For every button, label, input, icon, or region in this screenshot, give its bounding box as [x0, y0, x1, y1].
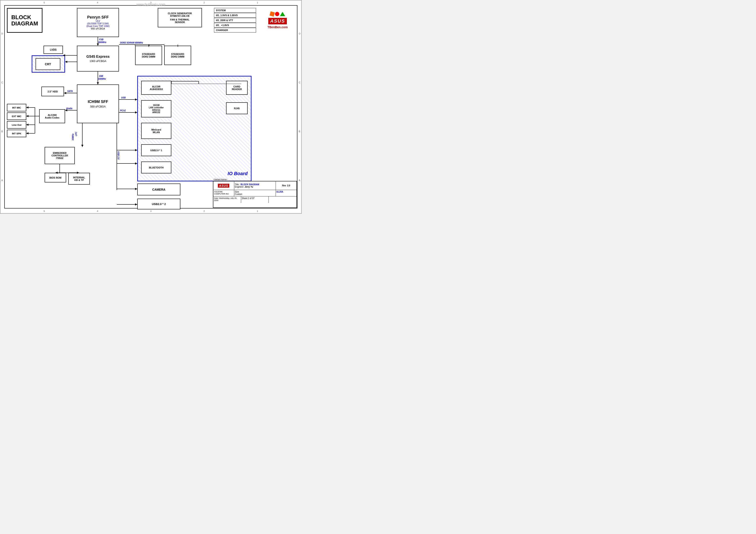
clock-line3: FAN & THERMAL	[170, 18, 190, 21]
project-name-cell: UL20A	[276, 190, 297, 196]
title-block-top: ASUS Title : BLOCK DIAGRAM Engineer: Jer…	[213, 181, 297, 190]
alcor-box: ALCORAU6433D53	[141, 81, 171, 95]
rev-label: Rev	[282, 184, 286, 187]
internal-kb-box: INTERNAL KB & TP	[68, 173, 90, 185]
line-out-box: Line Out	[7, 121, 26, 129]
svg-text:LPC: LPC	[75, 132, 77, 136]
size-value-text: Custom	[235, 193, 275, 195]
rev-value: 2.0	[287, 184, 290, 187]
svg-marker-59	[135, 203, 137, 206]
audio-codec-type: Audio Codec	[45, 116, 60, 119]
hdd-box: 2.5" HDD	[41, 87, 64, 96]
engineer-text: Engineer: Jerry Yu	[235, 186, 275, 188]
title-label-text: Title : BLOCK DIAGRAM	[235, 183, 275, 186]
gs45-sub: 1363 uFCBGA	[90, 60, 106, 63]
card-reader-box: CARDREADER	[226, 81, 248, 95]
project-cell: Size Custom	[234, 190, 276, 196]
title-block-bot: Date: Wednesday, July 29, 2009 Sheet 2 o…	[213, 196, 297, 203]
camera-box: CAMERA	[137, 184, 180, 195]
asus-logo-row: ASUS	[268, 18, 286, 24]
empty-cell	[269, 196, 297, 203]
svg-text:PCI-E: PCI-E	[120, 110, 126, 112]
svg-marker-3	[97, 43, 99, 46]
title-value: BLOCK DIAGRAM	[240, 183, 259, 186]
usb2-1-box: USB2.0 * 1	[141, 144, 171, 156]
svg-marker-34	[26, 132, 28, 135]
clock-gen-box: CLOCK GENERATOR RTM875T-336-VB FAN & THE…	[158, 8, 202, 27]
project-value-text: UL20A	[277, 191, 296, 193]
grid-left: DCBA	[1, 0, 3, 213]
logo-icons	[270, 12, 285, 16]
penryn-line2: (Dual Core TDP 10W)	[86, 25, 109, 27]
ec-line1: EMBEDDED	[53, 152, 67, 154]
size-label-text: Size	[235, 191, 275, 193]
penryn-ulv: ULV	[96, 20, 100, 22]
svg-marker-33	[26, 124, 28, 126]
gs45-title: GS45 Express	[86, 55, 110, 59]
company-name: ASUSTeK COMPUTER INC	[214, 191, 233, 195]
power-io-1v8: I/O_ +1.8VS	[214, 23, 256, 28]
ec-line2: CONTROLLER	[51, 154, 68, 157]
ext-mic-box: EXT MIC	[7, 113, 26, 120]
io-board-area: IO Board ALCORAU6433D53 CARDREADER 10/10…	[137, 76, 252, 181]
io-board-label: IO Board	[228, 171, 248, 176]
bluetooth-box: BLUETOOTH	[141, 162, 171, 173]
ich9m-sub: 569 uFCBGA	[90, 105, 106, 108]
svg-text:USB 2.0: USB 2.0	[117, 151, 120, 159]
logo-icon-3	[280, 12, 285, 16]
lan-box: 10/100LAN controllerAtherosAR8132	[141, 100, 171, 117]
svg-marker-43	[135, 98, 137, 101]
gs45-box: GS45 Express 1363 uFCBGA	[77, 46, 119, 71]
svg-text:FSB: FSB	[99, 38, 103, 41]
asus-logo-small: ASUS	[218, 184, 229, 188]
svg-text:SATA: SATA	[67, 90, 73, 92]
tbenben-logo: TBenBen.com	[267, 25, 288, 29]
sheet-cell: Sheet 2 of 97	[241, 196, 269, 203]
logo-area: ASUS TBenBen.com	[257, 8, 298, 33]
clock-line4: SENSOR	[175, 21, 185, 23]
power-labels-group: SYSTEM I/O_1.5VS & 1.05VS I/O_DDR & VTT …	[214, 8, 256, 33]
ddr2-dimm-2: STANDARDDDR2 DIMM	[164, 46, 191, 65]
minicard-wlan-box: MinicardWLAN	[141, 123, 171, 139]
grid-right: DCBA	[299, 0, 300, 213]
company-cell: ASUSTeK COMPUTER INC	[213, 190, 234, 196]
title-block: <Variant Name> ASUS Title : BLOCK DIAGRA…	[213, 181, 297, 208]
penryn-box: Penryn SFF ULV (SU3300 TDP 5.5W) (Dual C…	[77, 8, 119, 37]
audio-codec-box: ALC269 Audio Codec	[39, 109, 65, 123]
rev-cell: Rev 2.0	[276, 181, 297, 190]
svg-text:100MHz: 100MHz	[98, 78, 106, 80]
grid-bottom: 54321	[0, 210, 301, 213]
asus-small-logo: ASUS	[213, 181, 234, 190]
rj45-box: RJ45	[226, 102, 248, 114]
power-system: SYSTEM	[214, 8, 256, 13]
logo-icon-1	[270, 12, 275, 16]
svg-text:Azalia: Azalia	[66, 107, 72, 110]
power-io-ddr: I/O_DDR & VTT	[214, 18, 256, 23]
svg-marker-21	[64, 92, 66, 94]
usb2-2-box: USB2.0 * 2	[137, 199, 180, 209]
bios-rom-box: BIOS ROM	[44, 173, 66, 183]
penryn-line3: 956 uFCBGA	[91, 27, 105, 30]
crt-box: CRT	[36, 58, 60, 70]
embedded-controller-box: EMBEDDED CONTROLLER IT8502	[44, 147, 75, 164]
svg-marker-32	[26, 115, 28, 117]
block-diagram-box: BLOCKDIAGRAM	[7, 8, 42, 33]
svg-marker-56	[135, 149, 137, 151]
ddr2-dimm-1: STANDARDDDR2 DIMM	[135, 46, 162, 65]
lvds-box: LVDS	[43, 46, 63, 54]
ec-line3: IT8502	[56, 157, 63, 159]
svg-text:800MHz: 800MHz	[98, 41, 106, 43]
ich9m-box: ICH9M SFF 569 uFCBGA	[77, 85, 119, 123]
clock-line1: CLOCK GENERATOR	[168, 12, 192, 15]
svg-marker-38	[81, 145, 83, 147]
title-block-mid: ASUSTeK COMPUTER INC Size Custom UL20A	[213, 190, 297, 196]
int-mic-box: INT MIC	[7, 104, 26, 111]
logo-icon-2	[275, 12, 279, 16]
svg-text:DDR2 SDRAM 800MHz: DDR2 SDRAM 800MHz	[120, 41, 143, 44]
penryn-title: Penryn SFF	[87, 15, 109, 20]
audio-codec-name: ALC269	[48, 114, 57, 116]
ich9m-title: ICH9M SFF	[88, 99, 108, 104]
clock-line2: RTM875T-336-VB	[170, 15, 189, 17]
date-cell: Date: Wednesday, July 29, 2009	[213, 196, 241, 203]
block-diagram-title: BLOCKDIAGRAM	[10, 13, 40, 28]
